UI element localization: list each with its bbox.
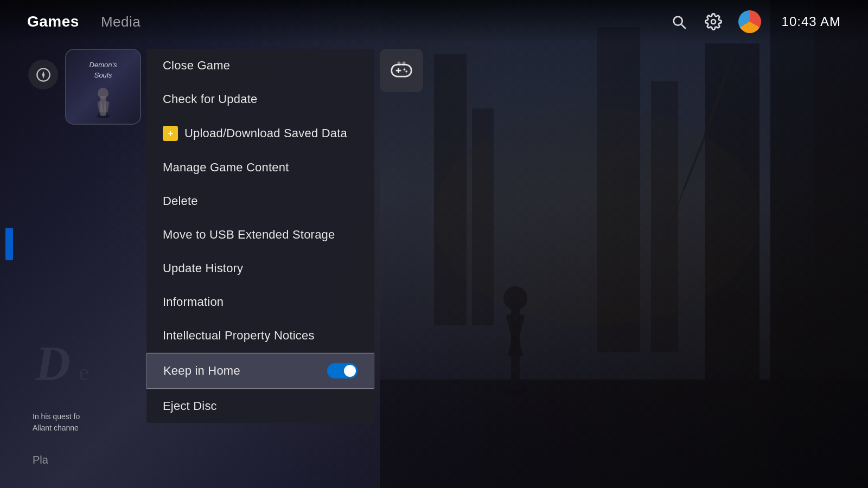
menu-item-check-update[interactable]: Check for Update	[146, 82, 374, 116]
side-nav-indicator	[5, 228, 13, 260]
svg-point-28	[404, 68, 406, 70]
game-thumb-art	[88, 82, 118, 118]
menu-item-label-eject-disc: Eject Disc	[163, 399, 217, 413]
play-button-label: Pla	[33, 454, 48, 466]
gamepad-button[interactable]	[380, 49, 423, 92]
game-description: In his quest fo Allant channe	[33, 411, 80, 434]
menu-item-update-history[interactable]: Update History	[146, 252, 374, 285]
game-logo-bg: D e	[33, 334, 141, 401]
menu-item-information[interactable]: Information	[146, 285, 374, 319]
svg-rect-31	[403, 62, 406, 66]
menu-item-label-upload-download: Upload/Download Saved Data	[184, 126, 347, 140]
profile-nav-icon[interactable]	[28, 60, 58, 89]
user-avatar[interactable]	[738, 10, 761, 33]
menu-item-keep-home[interactable]: Keep in Home	[146, 353, 374, 389]
menu-item-label-ip-notices: Intellectual Property Notices	[163, 329, 315, 343]
svg-text:D: D	[35, 337, 71, 390]
svg-point-13	[503, 286, 527, 310]
menu-item-label-check-update: Check for Update	[163, 92, 257, 106]
search-icon	[670, 13, 687, 30]
svg-text:e: e	[79, 358, 90, 386]
nav-media[interactable]: Media	[101, 14, 141, 30]
toggle-keep-home[interactable]	[327, 363, 358, 378]
gamepad-icon	[390, 59, 413, 82]
top-bar-right: 10:43 AM	[669, 10, 841, 33]
game-thumb-inner: Demon'sSouls	[66, 50, 140, 124]
description-text: In his quest fo Allant channe	[33, 411, 80, 434]
svg-point-8	[434, 108, 760, 325]
menu-item-label-information: Information	[163, 295, 224, 309]
menu-item-label-keep-home: Keep in Home	[163, 364, 240, 378]
menu-item-ip-notices[interactable]: Intellectual Property Notices	[146, 319, 374, 352]
menu-item-label-close-game: Close Game	[163, 59, 230, 73]
svg-point-29	[405, 70, 407, 73]
game-thumbnail[interactable]: Demon'sSouls	[65, 49, 141, 125]
time-display: 10:43 AM	[782, 14, 841, 29]
nav-games[interactable]: Games	[27, 13, 79, 30]
search-button[interactable]	[669, 12, 688, 31]
menu-item-label-manage-content: Manage Game Content	[163, 160, 289, 175]
game-logo-svg: D e	[33, 334, 141, 399]
ps-plus-icon: +	[163, 126, 178, 141]
svg-point-24	[98, 88, 108, 99]
context-menu: Close GameCheck for Update+Upload/Downlo…	[146, 49, 374, 423]
top-nav-bar: Games Media 10:43 AM	[0, 0, 868, 43]
gear-icon	[705, 13, 722, 30]
menu-item-close-game[interactable]: Close Game	[146, 49, 374, 82]
menu-item-label-delete: Delete	[163, 194, 198, 208]
menu-item-manage-content[interactable]: Manage Game Content	[146, 151, 374, 184]
menu-item-label-move-usb: Move to USB Extended Storage	[163, 228, 335, 242]
menu-item-label-update-history: Update History	[163, 261, 243, 275]
svg-rect-30	[398, 62, 401, 66]
menu-item-delete[interactable]: Delete	[146, 184, 374, 218]
toggle-knob-keep-home	[344, 365, 356, 377]
svg-rect-25	[392, 65, 412, 76]
menu-item-move-usb[interactable]: Move to USB Extended Storage	[146, 218, 374, 252]
menu-item-eject-disc[interactable]: Eject Disc	[146, 389, 374, 423]
game-thumb-title: Demon'sSouls	[84, 56, 123, 80]
menu-item-upload-download[interactable]: +Upload/Download Saved Data	[146, 116, 374, 151]
svg-marker-19	[42, 71, 44, 79]
compass-icon	[36, 67, 51, 82]
settings-button[interactable]	[704, 12, 723, 31]
svg-rect-7	[380, 380, 868, 488]
